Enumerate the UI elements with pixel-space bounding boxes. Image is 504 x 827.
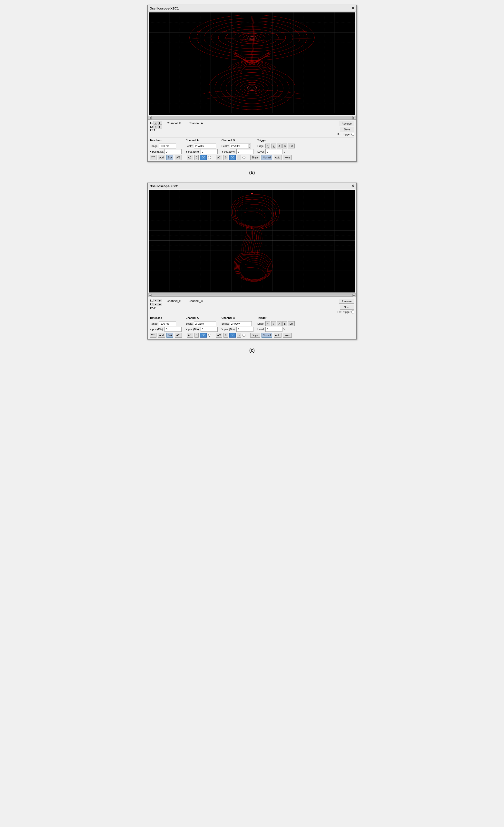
t1-right-b[interactable]: ▶ <box>158 121 162 125</box>
level-input-b[interactable] <box>265 149 283 154</box>
scroll-left-c[interactable]: ◀ <box>148 294 152 297</box>
ch-a-radio-b[interactable] <box>208 156 211 159</box>
channel-b-ypos-input-b[interactable] <box>237 149 253 154</box>
t2t1-row-b: T2-T1 <box>150 129 164 132</box>
save-btn-b[interactable]: Save <box>340 127 354 132</box>
trigger-ext-btn-b[interactable]: Ext <box>288 144 294 148</box>
t2t1-row-c: T2-T1 <box>150 307 164 309</box>
reverse-btn-b[interactable]: Reverse <box>339 121 354 126</box>
edge-label-b: Edge: <box>257 145 264 147</box>
channel-a-ypos-input-c[interactable] <box>201 327 218 332</box>
channel-a-label-b: Channel_A <box>188 121 203 125</box>
edge-rise-btn-b[interactable]: ↑̲ <box>265 144 270 148</box>
ch-a-zero-btn-b[interactable]: 0 <box>195 155 199 160</box>
trigger-level-row-c: Level: V <box>257 327 295 332</box>
yt-btn-c[interactable]: Y/T <box>150 333 156 338</box>
close-btn-b[interactable]: ✕ <box>351 6 354 10</box>
single-btn-c[interactable]: Single <box>250 333 260 338</box>
t2-left-c[interactable]: ◀ <box>154 303 157 306</box>
channel-b-scale-up-b[interactable]: ▲ <box>248 144 251 146</box>
auto-btn-b[interactable]: Auto <box>274 155 282 160</box>
single-btn-b[interactable]: Single <box>250 155 260 160</box>
channel-a-scale-input-b[interactable] <box>194 144 216 148</box>
ch-a-radio-c[interactable] <box>208 334 211 337</box>
ext-trigger-row-b: Ext. trigger <box>338 133 354 136</box>
close-btn-c[interactable]: ✕ <box>351 184 354 188</box>
scroll-left-b[interactable]: ◀ <box>148 116 152 119</box>
controls-row3-b: Y/T Add B/A A/B AC 0 DC AC 0 DC - Single… <box>150 155 354 160</box>
ch-b-zero-btn-b[interactable]: 0 <box>223 155 228 160</box>
right-btns-b: Reverse Save Ext. trigger <box>338 121 354 136</box>
ab-btn-c[interactable]: A/B <box>175 333 182 338</box>
channel-b-scale-input-c[interactable] <box>230 321 252 326</box>
channel-b-ypos-input-c[interactable] <box>237 327 253 332</box>
ch-b-radio-c[interactable] <box>243 334 245 337</box>
ch-b-minus-btn-b[interactable]: - <box>237 155 241 160</box>
ch-a-dc-btn-b[interactable]: DC <box>200 155 206 160</box>
ext-trigger-radio-c[interactable] <box>351 310 354 313</box>
channel-a-label-c: Channel_A <box>188 299 203 303</box>
ba-btn-c[interactable]: B/A <box>166 333 173 338</box>
ch-b-dc-btn-b[interactable]: DC <box>229 155 236 160</box>
svg-point-33 <box>204 21 300 55</box>
reverse-btn-c[interactable]: Reverse <box>339 299 354 304</box>
ch-b-ac-btn-b[interactable]: AC <box>216 155 222 160</box>
t1-right-c[interactable]: ▶ <box>158 299 162 302</box>
scroll-right-c[interactable]: ▶ <box>352 294 356 297</box>
channel-a-scale-input-c[interactable] <box>194 321 216 326</box>
none-btn-c[interactable]: None <box>283 333 292 338</box>
controls-row2-c: Timebase Range: X pos.(Div): Channel A S… <box>150 315 354 332</box>
normal-btn-c[interactable]: Normal <box>261 333 272 338</box>
edge-fall-btn-b[interactable]: ↓̲ <box>271 144 276 148</box>
t1-label-b: T1 <box>150 121 153 124</box>
trigger-b-btn-b[interactable]: B <box>283 144 287 148</box>
t1-left-b[interactable]: ◀ <box>154 121 157 125</box>
scroll-track-c[interactable] <box>152 294 352 297</box>
scroll-right-b[interactable]: ▶ <box>352 116 356 119</box>
add-btn-b[interactable]: Add <box>158 155 165 160</box>
ba-btn-b[interactable]: B/A <box>166 155 173 160</box>
channel-b-label-c: Channel_B <box>167 299 181 303</box>
ch-b-minus-btn-c[interactable]: - <box>237 333 241 338</box>
timebase-xpos-row-c: X pos.(Div): <box>150 327 182 332</box>
ch-b-zero-btn-c[interactable]: 0 <box>223 333 228 338</box>
add-btn-c[interactable]: Add <box>158 333 165 338</box>
channel-a-ypos-input-b[interactable] <box>201 149 218 154</box>
none-btn-b[interactable]: None <box>283 155 292 160</box>
t2-right-b[interactable]: ▶ <box>158 125 162 129</box>
level-input-c[interactable] <box>265 327 283 332</box>
ab-btn-b[interactable]: A/B <box>175 155 182 160</box>
channel-a-ypos-row-b: Y pos.(Div): <box>186 149 217 154</box>
ch-b-dc-btn-c[interactable]: DC <box>229 333 236 338</box>
yt-btn-b[interactable]: Y/T <box>150 155 156 160</box>
trigger-a-btn-b[interactable]: A <box>277 144 282 148</box>
t2-row-b: T2 ◀ ▶ <box>150 125 164 129</box>
ch-a-ac-btn-c[interactable]: AC <box>187 333 193 338</box>
trigger-edge-row-b: Edge: ↑̲ ↓̲ A B Ext <box>257 144 295 148</box>
auto-btn-c[interactable]: Auto <box>274 333 282 338</box>
ch-a-zero-btn-c[interactable]: 0 <box>195 333 199 338</box>
channel-labels-b: Channel_B Channel_A <box>167 121 203 125</box>
xpos-input-c[interactable] <box>164 327 182 332</box>
t2-right-c[interactable]: ▶ <box>158 303 162 306</box>
channel-b-scale-down-b[interactable]: ▼ <box>248 146 251 148</box>
normal-btn-b[interactable]: Normal <box>261 155 272 160</box>
xpos-input-b[interactable] <box>164 149 182 154</box>
trigger-ext-btn-c[interactable]: Ext <box>288 321 294 326</box>
ch-a-dc-btn-c[interactable]: DC <box>200 333 206 338</box>
trigger-b-btn-c[interactable]: B <box>283 321 287 326</box>
ch-b-ac-btn-c[interactable]: AC <box>216 333 222 338</box>
edge-rise-btn-c[interactable]: ↑̲ <box>265 321 270 326</box>
ext-trigger-radio-b[interactable] <box>351 133 354 136</box>
t2-left-b[interactable]: ◀ <box>154 125 157 129</box>
ch-b-radio-b[interactable] <box>243 156 245 159</box>
t1-left-c[interactable]: ◀ <box>154 299 157 302</box>
save-btn-c[interactable]: Save <box>340 305 354 309</box>
scroll-track-b[interactable] <box>152 116 352 119</box>
trigger-a-btn-c[interactable]: A <box>277 321 282 326</box>
range-input-b[interactable] <box>159 144 176 148</box>
edge-fall-btn-c[interactable]: ↓̲ <box>271 321 276 326</box>
channel-b-scale-input-b[interactable] <box>230 144 248 148</box>
ch-a-ac-btn-b[interactable]: AC <box>187 155 193 160</box>
range-input-c[interactable] <box>159 321 176 326</box>
